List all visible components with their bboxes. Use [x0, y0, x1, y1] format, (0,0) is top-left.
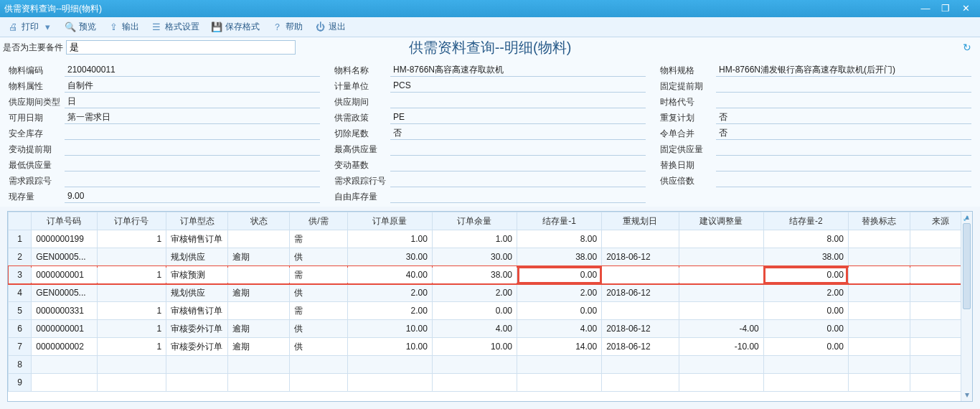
cell[interactable] — [848, 230, 910, 248]
cell[interactable]: 10.00 — [347, 320, 432, 338]
cell[interactable]: 4.00 — [517, 320, 602, 338]
cell[interactable] — [97, 284, 166, 302]
cell[interactable]: 审核销售订单 — [166, 302, 228, 320]
cell[interactable]: 0000000331 — [32, 302, 97, 320]
filter-input[interactable] — [66, 40, 296, 55]
cell[interactable]: 40.00 — [347, 266, 432, 284]
cell[interactable]: 逾期 — [228, 320, 290, 338]
cell[interactable] — [32, 374, 97, 392]
cell[interactable]: 4.00 — [432, 320, 517, 338]
column-header[interactable]: 订单行号 — [97, 212, 166, 230]
cell[interactable] — [432, 374, 517, 392]
column-header[interactable]: 订单型态 — [166, 212, 228, 230]
cell[interactable] — [290, 374, 348, 392]
cell[interactable]: 2.00 — [517, 284, 602, 302]
column-header[interactable]: 结存量-1 — [517, 212, 602, 230]
cell[interactable] — [763, 356, 848, 374]
cell[interactable]: GEN00005... — [32, 284, 97, 302]
cell[interactable]: 需 — [290, 230, 348, 248]
cell[interactable] — [602, 356, 679, 374]
cell[interactable] — [347, 374, 432, 392]
cell[interactable] — [848, 266, 910, 284]
scroll-thumb[interactable] — [963, 223, 971, 309]
cell[interactable]: 2018-06-12 — [602, 248, 679, 266]
cell[interactable] — [602, 374, 679, 392]
column-header[interactable]: 建议调整量 — [679, 212, 763, 230]
print-button[interactable]: 🖨打印▾ — [3, 19, 57, 34]
cell[interactable]: 逾期 — [228, 248, 290, 266]
cell[interactable] — [228, 302, 290, 320]
cell[interactable] — [228, 230, 290, 248]
cell[interactable]: 0000000001 — [32, 266, 97, 284]
cell[interactable] — [32, 356, 97, 374]
table-row[interactable]: 100000001991审核销售订单需1.001.008.008.00 — [9, 230, 972, 248]
cell[interactable]: 2018-06-12 — [602, 338, 679, 356]
cell[interactable] — [848, 338, 910, 356]
cell[interactable] — [517, 356, 602, 374]
cell[interactable]: 2018-06-12 — [602, 320, 679, 338]
preview-button[interactable]: 🔍预览 — [60, 19, 100, 34]
cell[interactable]: 0000000002 — [32, 338, 97, 356]
cell[interactable]: 0.00 — [763, 320, 848, 338]
cell[interactable]: 规划供应 — [166, 284, 228, 302]
cell[interactable] — [763, 374, 848, 392]
cell[interactable]: 供 — [290, 248, 348, 266]
help-button[interactable]: ？帮助 — [267, 19, 307, 34]
cell[interactable]: -4.00 — [679, 320, 763, 338]
cell[interactable] — [290, 356, 348, 374]
cell[interactable]: 2.00 — [763, 284, 848, 302]
cell[interactable]: 2.00 — [432, 284, 517, 302]
cell[interactable]: 8.00 — [763, 230, 848, 248]
cell[interactable]: 审核委外订单 — [166, 338, 228, 356]
cell[interactable] — [679, 284, 763, 302]
cell[interactable]: GEN00005... — [32, 248, 97, 266]
cell[interactable] — [679, 266, 763, 284]
cell[interactable] — [166, 374, 228, 392]
close-button[interactable]: ✕ — [956, 1, 976, 16]
export-button[interactable]: ⇪输出 — [103, 19, 143, 34]
table-row[interactable]: 8 — [9, 356, 972, 374]
cell[interactable] — [97, 356, 166, 374]
cell[interactable]: 0.00 — [763, 338, 848, 356]
table-row[interactable]: 500000003311审核销售订单需2.000.000.000.00 — [9, 302, 972, 320]
cell[interactable] — [97, 248, 166, 266]
cell[interactable] — [848, 374, 910, 392]
cell[interactable] — [97, 374, 166, 392]
cell[interactable] — [679, 230, 763, 248]
cell[interactable]: 需 — [290, 266, 348, 284]
scroll-down-icon[interactable]: ▾ — [965, 390, 969, 401]
cell[interactable]: 1.00 — [347, 230, 432, 248]
cell[interactable]: 规划供应 — [166, 248, 228, 266]
cell[interactable] — [679, 374, 763, 392]
cell[interactable]: 1 — [97, 266, 166, 284]
cell[interactable] — [517, 374, 602, 392]
cell[interactable]: 2.00 — [347, 302, 432, 320]
table-row[interactable]: 4GEN00005...规划供应逾期供2.002.002.002018-06-1… — [9, 284, 972, 302]
cell[interactable]: 0000000001 — [32, 320, 97, 338]
cell[interactable]: 审核预测 — [166, 266, 228, 284]
cell[interactable]: 供 — [290, 338, 348, 356]
cell[interactable]: 38.00 — [432, 266, 517, 284]
cell[interactable]: -10.00 — [679, 338, 763, 356]
save-format-button[interactable]: 💾保存格式 — [207, 19, 264, 34]
column-header[interactable]: 订单号码 — [32, 212, 97, 230]
scroll-track[interactable] — [961, 223, 972, 390]
cell[interactable]: 0.00 — [432, 302, 517, 320]
cell[interactable]: 30.00 — [347, 248, 432, 266]
cell[interactable]: 1 — [97, 338, 166, 356]
cell[interactable]: 逾期 — [228, 284, 290, 302]
column-header[interactable]: 重规划日 — [602, 212, 679, 230]
column-header[interactable]: 订单原量 — [347, 212, 432, 230]
column-header[interactable]: 状态 — [228, 212, 290, 230]
table-row[interactable]: 600000000011审核委外订单逾期供10.004.004.002018-0… — [9, 320, 972, 338]
table-row[interactable]: 300000000011审核预测需40.0038.000.000.00 — [9, 266, 972, 284]
cell[interactable]: 1 — [97, 302, 166, 320]
column-header[interactable]: 订单余量 — [432, 212, 517, 230]
cell[interactable]: 供 — [290, 284, 348, 302]
cell[interactable]: 0.00 — [517, 302, 602, 320]
column-header[interactable]: 结存量-2 — [763, 212, 848, 230]
table-row[interactable]: 2GEN00005...规划供应逾期供30.0030.0038.002018-0… — [9, 248, 972, 266]
cell[interactable] — [228, 266, 290, 284]
cell[interactable]: 2018-06-12 — [602, 284, 679, 302]
cell[interactable]: 0.00 — [763, 266, 848, 284]
